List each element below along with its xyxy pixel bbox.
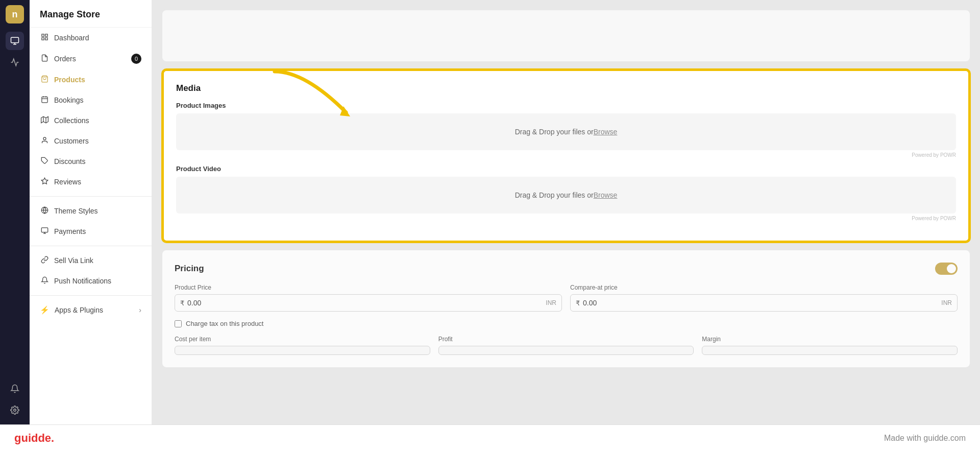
- dropzone-text-2: Drag & Drop your files or: [515, 191, 594, 199]
- charge-tax-checkbox[interactable]: [175, 320, 182, 327]
- sidebar-item-push-notifications[interactable]: Push Notifications: [30, 271, 152, 291]
- product-price-input-wrap: ₹ INR: [175, 294, 562, 312]
- icon-sidebar-bell[interactable]: [6, 379, 24, 398]
- product-price-label: Product Price: [175, 284, 562, 291]
- dashboard-icon: [40, 33, 49, 42]
- products-icon: [40, 75, 49, 84]
- product-images-dropzone[interactable]: Drag & Drop your files or Browse: [176, 113, 956, 150]
- icon-sidebar-settings[interactable]: [6, 401, 24, 419]
- sidebar-item-collections[interactable]: Collections: [30, 110, 152, 131]
- pricing-card: Pricing Product Price ₹ INR Compare-at p…: [162, 250, 970, 367]
- svg-rect-0: [11, 37, 19, 43]
- svg-rect-5: [45, 34, 47, 36]
- compare-price-input-wrap: ₹ INR: [570, 294, 958, 312]
- bookings-label: Bookings: [54, 96, 84, 104]
- sidebar-item-reviews[interactable]: Reviews: [30, 172, 152, 192]
- charge-tax-label: Charge tax on this product: [186, 320, 263, 327]
- discounts-icon: [40, 157, 49, 166]
- svg-rect-6: [45, 38, 47, 40]
- sidebar-item-apps-plugins[interactable]: ⚡ Apps & Plugins ›: [30, 300, 152, 320]
- payments-icon: [40, 227, 49, 236]
- footer-logo: guidde.: [14, 432, 54, 445]
- product-price-group: Product Price ₹ INR: [175, 284, 562, 312]
- orders-icon: [40, 54, 49, 63]
- sidebar-item-payments[interactable]: Payments: [30, 221, 152, 242]
- svg-rect-4: [41, 34, 43, 36]
- nav-divider-3: [30, 295, 152, 296]
- apps-arrow-icon: ›: [139, 306, 141, 314]
- bookings-icon: [40, 96, 49, 105]
- compare-price-group: Compare-at price ₹ INR: [570, 284, 958, 312]
- collections-label: Collections: [54, 116, 89, 125]
- price-currency-code-2: INR: [941, 299, 952, 306]
- nav-sidebar: Manage Store Dashboard Orders 0 Products: [30, 0, 152, 424]
- powered-by-2: Powered by POWR: [176, 216, 956, 221]
- cost-per-item-input-wrap[interactable]: [175, 346, 430, 355]
- margin-input-wrap: [702, 346, 958, 355]
- push-notifications-label: Push Notifications: [54, 277, 111, 285]
- svg-point-3: [14, 409, 16, 412]
- footer-tagline: Made with guidde.com: [884, 434, 966, 443]
- profit-label: Profit: [438, 336, 694, 343]
- price-currency-symbol-2: ₹: [576, 299, 580, 307]
- sell-via-link-label: Sell Via Link: [54, 256, 93, 265]
- svg-rect-21: [41, 228, 48, 232]
- browse-link-1[interactable]: Browse: [594, 128, 618, 136]
- sidebar-item-products[interactable]: Products: [30, 69, 152, 90]
- icon-sidebar-analytics[interactable]: [6, 53, 24, 72]
- app-logo[interactable]: n: [6, 5, 24, 23]
- products-label: Products: [54, 76, 85, 84]
- price-row: Product Price ₹ INR Compare-at price ₹ I…: [175, 284, 958, 312]
- main-content: Media Product Images Drag & Drop your fi…: [152, 0, 980, 424]
- icon-sidebar: n: [0, 0, 30, 424]
- svg-rect-9: [41, 97, 47, 103]
- product-video-label: Product Video: [176, 165, 956, 173]
- browse-link-2[interactable]: Browse: [594, 191, 618, 199]
- sidebar-item-discounts[interactable]: Discounts: [30, 151, 152, 172]
- sidebar-item-orders[interactable]: Orders 0: [30, 48, 152, 69]
- orders-label: Orders: [54, 55, 76, 63]
- dashboard-label: Dashboard: [54, 34, 89, 42]
- pricing-title: Pricing: [175, 264, 204, 274]
- pricing-toggle[interactable]: [935, 263, 958, 275]
- compare-price-input[interactable]: [583, 299, 941, 307]
- customers-icon: [40, 136, 49, 146]
- collections-icon: [40, 116, 49, 125]
- cost-per-item-label: Cost per item: [175, 336, 430, 343]
- payments-label: Payments: [54, 227, 86, 235]
- reviews-icon: [40, 177, 49, 186]
- compare-price-label: Compare-at price: [570, 284, 958, 291]
- media-card: Media Product Images Drag & Drop your fi…: [162, 69, 970, 242]
- margin-group: Margin: [702, 336, 958, 355]
- price-currency-code-1: INR: [546, 299, 556, 306]
- product-images-label: Product Images: [176, 102, 956, 109]
- apps-plugins-label: Apps & Plugins: [55, 306, 103, 314]
- theme-styles-label: Theme Styles: [54, 207, 98, 215]
- nav-divider-2: [30, 246, 152, 246]
- sidebar-item-dashboard[interactable]: Dashboard: [30, 28, 152, 48]
- product-video-dropzone[interactable]: Drag & Drop your files or Browse: [176, 177, 956, 213]
- profit-group: Profit: [438, 336, 694, 355]
- sidebar-item-bookings[interactable]: Bookings: [30, 90, 152, 110]
- theme-icon: [40, 206, 49, 216]
- svg-rect-7: [41, 38, 43, 40]
- charge-tax-row: Charge tax on this product: [175, 320, 958, 327]
- bg-card-top: [162, 10, 970, 61]
- pricing-header: Pricing: [175, 263, 958, 275]
- sidebar-item-sell-via-link[interactable]: Sell Via Link: [30, 250, 152, 271]
- powered-by-1: Powered by POWR: [176, 152, 956, 158]
- apps-icon: ⚡: [40, 305, 50, 315]
- svg-marker-18: [41, 178, 48, 184]
- cost-per-item-group: Cost per item: [175, 336, 430, 355]
- media-section-title: Media: [176, 83, 956, 93]
- product-price-input[interactable]: [187, 299, 546, 307]
- orders-badge: 0: [131, 54, 141, 64]
- reviews-label: Reviews: [54, 178, 81, 186]
- discounts-label: Discounts: [54, 157, 85, 165]
- sidebar-item-theme-styles[interactable]: Theme Styles: [30, 201, 152, 221]
- profit-input-wrap: [438, 346, 694, 355]
- price-currency-symbol-1: ₹: [180, 299, 184, 307]
- icon-sidebar-store[interactable]: [6, 32, 24, 50]
- cost-row: Cost per item Profit Margin: [175, 336, 958, 355]
- sidebar-item-customers[interactable]: Customers: [30, 131, 152, 151]
